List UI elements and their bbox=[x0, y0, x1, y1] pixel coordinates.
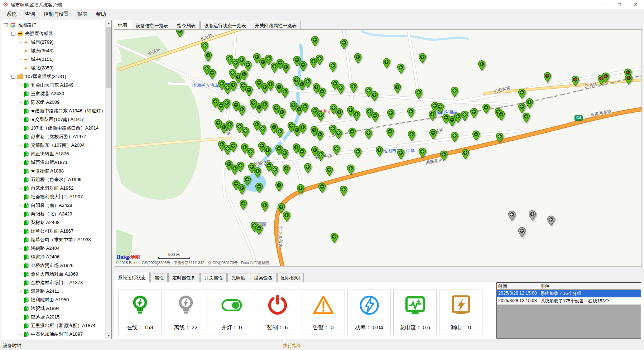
device-pin-red[interactable] bbox=[571, 76, 579, 86]
device-pin-green[interactable] bbox=[354, 53, 362, 64]
device-pin-green[interactable] bbox=[282, 63, 290, 74]
device-pin-green[interactable] bbox=[317, 111, 325, 122]
device-pin-green[interactable] bbox=[354, 147, 362, 158]
device-pin-green[interactable] bbox=[472, 130, 480, 141]
device-pin-green[interactable] bbox=[418, 53, 426, 64]
tree-item-device-2[interactable]: 王家珑巷 A2430 bbox=[1, 89, 105, 98]
panel-tab-2[interactable]: 属性 bbox=[150, 273, 168, 282]
tree-item-device-6[interactable]: 107北（建新中路路口西）A2014 bbox=[1, 124, 105, 132]
device-pin-green[interactable] bbox=[347, 164, 355, 175]
device-pin-green[interactable] bbox=[340, 185, 347, 196]
device-pin-green[interactable] bbox=[496, 132, 504, 143]
expand-toggle-icon[interactable]: − bbox=[4, 23, 8, 27]
device-pin-green[interactable] bbox=[275, 181, 283, 192]
tree-item-device-18[interactable]: 烟草公司对面 A1867 bbox=[1, 227, 105, 235]
tree-item-device-21[interactable]: 谭家冲 A2406 bbox=[1, 253, 105, 261]
tree-item-device-28[interactable]: 芭茅塘 A2015 bbox=[1, 313, 105, 321]
menu-item-5[interactable]: 帮助 bbox=[92, 10, 110, 19]
device-pin-green[interactable] bbox=[238, 105, 246, 116]
device-pin-green[interactable] bbox=[304, 77, 312, 88]
device-pin-green[interactable] bbox=[316, 130, 324, 141]
device-pin-green[interactable] bbox=[470, 108, 478, 118]
expand-toggle-icon[interactable]: − bbox=[11, 75, 15, 79]
device-pin-green[interactable] bbox=[236, 161, 244, 172]
tree-item-device-11[interactable]: ★博物馆 A1888 bbox=[1, 167, 105, 175]
device-pin-green[interactable] bbox=[497, 110, 505, 121]
device-pin-green[interactable] bbox=[340, 39, 348, 49]
event-row-2[interactable]: 2025/3/28 12:15:08系统加载了175个设备，在线153个 bbox=[497, 297, 641, 305]
device-pin-green[interactable] bbox=[204, 51, 212, 62]
tree-item-device-26[interactable]: 福利院对面 A1950 bbox=[1, 296, 105, 304]
tree-item-device-24[interactable]: 金桥建材市场门口 A1873 bbox=[1, 278, 105, 287]
device-pin-gray[interactable] bbox=[508, 210, 516, 221]
device-pin-green[interactable] bbox=[332, 145, 340, 155]
tree-item-device-3[interactable]: 陈家组 A2009 bbox=[1, 98, 105, 107]
device-pin-green[interactable] bbox=[387, 109, 395, 120]
device-pin-green[interactable] bbox=[329, 62, 337, 72]
device-pin-green[interactable] bbox=[383, 58, 390, 69]
device-pin-green[interactable] bbox=[429, 129, 437, 140]
tree-item-sensor-4[interactable]: ☀城北(2859) bbox=[1, 64, 105, 72]
device-pin-green[interactable] bbox=[418, 147, 426, 158]
device-pin-green[interactable] bbox=[246, 147, 254, 158]
device-pin-green[interactable] bbox=[525, 98, 533, 109]
device-pin-red[interactable] bbox=[543, 72, 551, 83]
tree-item-device-20[interactable]: 鸿鹤路 A2404 bbox=[1, 244, 105, 253]
device-pin-green[interactable] bbox=[397, 149, 405, 160]
device-pin-green[interactable] bbox=[397, 63, 405, 74]
device-pin-green[interactable] bbox=[371, 112, 379, 122]
device-pin-red[interactable] bbox=[602, 72, 610, 83]
device-pin-green[interactable] bbox=[278, 108, 286, 119]
map-tab-5[interactable]: 开关回路属性一览表 bbox=[251, 21, 301, 29]
menu-item-2[interactable]: 查询 bbox=[21, 10, 39, 19]
tree-item-sensor-group[interactable]: −光照度传感器 bbox=[1, 29, 105, 38]
panel-tab-6[interactable]: 搜索设备 bbox=[250, 273, 277, 282]
device-pin-green[interactable] bbox=[264, 146, 271, 157]
device-pin-green[interactable] bbox=[461, 111, 468, 121]
tree-item-device-25[interactable]: 观音路 A2411 bbox=[1, 287, 105, 296]
device-pin-green[interactable] bbox=[522, 112, 530, 123]
device-pin-green[interactable] bbox=[415, 88, 423, 99]
device-pin-green[interactable] bbox=[335, 129, 342, 140]
device-pin-green[interactable] bbox=[461, 149, 469, 160]
tree-item-device-13[interactable]: 自来水斜对面 A1952 bbox=[1, 184, 105, 193]
device-pin-green[interactable] bbox=[451, 87, 458, 97]
tree-item-sensor-3[interactable]: ☀城中(2151) bbox=[1, 55, 105, 64]
device-pin-green[interactable] bbox=[281, 87, 289, 98]
device-pin-green[interactable] bbox=[229, 142, 237, 152]
tree-item-device-8[interactable]: 交警队东（107南）A2004 bbox=[1, 141, 105, 150]
tree-item-device-9[interactable]: 南正街转盘 A1876 bbox=[1, 150, 105, 158]
tree-item-device-1[interactable]: 五尖山大门东 A1949 bbox=[1, 81, 105, 89]
device-pin-green[interactable] bbox=[261, 201, 269, 212]
device-pin-green[interactable] bbox=[176, 29, 184, 38]
expand-toggle-icon[interactable]: − bbox=[11, 32, 15, 36]
tree-item-device-14[interactable]: 社会福利院大门口 A1907 bbox=[1, 193, 105, 201]
panel-tab-5[interactable]: 光照度 bbox=[227, 273, 249, 282]
device-pin-green[interactable] bbox=[261, 100, 269, 111]
tree-item-root[interactable]: −临湘路灯 bbox=[1, 21, 105, 29]
device-pin-green[interactable] bbox=[201, 42, 208, 52]
tree-item-device-group[interactable]: −107国道沿线(31/31) bbox=[1, 72, 105, 81]
tree-item-device-10[interactable]: 城西派出所A1871 bbox=[1, 158, 105, 167]
device-pin-green[interactable] bbox=[226, 120, 234, 131]
map-tab-2[interactable]: 设备信息一览表 bbox=[132, 21, 172, 29]
tree-item-device-16[interactable]: 向阳桥（北）A2429 bbox=[1, 210, 105, 218]
tree-item-device-12[interactable]: 石咀桥（自来水）A1999 bbox=[1, 175, 105, 184]
scroll-down-icon[interactable]: ▼ bbox=[106, 333, 112, 339]
tree-item-device-4[interactable]: ★建新中路路口东 A1946（辅道灯） bbox=[1, 107, 105, 115]
device-pin-green[interactable] bbox=[352, 110, 360, 121]
event-log[interactable]: 时间 事件 2025/3/28 12:15:08系统加载了16个分组2025/3… bbox=[496, 282, 641, 339]
device-pin-green[interactable] bbox=[208, 69, 216, 79]
map-tab-4[interactable]: 设备运行状态一览表 bbox=[200, 21, 250, 29]
tree-item-device-5[interactable]: ★交警队西(107南) A1917 bbox=[1, 115, 105, 124]
device-pin-green[interactable] bbox=[266, 80, 274, 91]
close-button[interactable]: ✕ bbox=[628, 0, 644, 9]
device-pin-green[interactable] bbox=[375, 146, 383, 157]
device-pin-green[interactable] bbox=[370, 91, 378, 102]
device-pin-green[interactable] bbox=[348, 127, 356, 138]
device-pin-green[interactable] bbox=[259, 125, 266, 135]
tree-item-device-27[interactable]: 汽贸城 A1894 bbox=[1, 304, 105, 313]
device-pin-green[interactable] bbox=[298, 147, 306, 158]
device-pin-green[interactable] bbox=[325, 166, 333, 176]
tree-item-sensor-1[interactable]: ☀城西(2799) bbox=[1, 38, 105, 47]
